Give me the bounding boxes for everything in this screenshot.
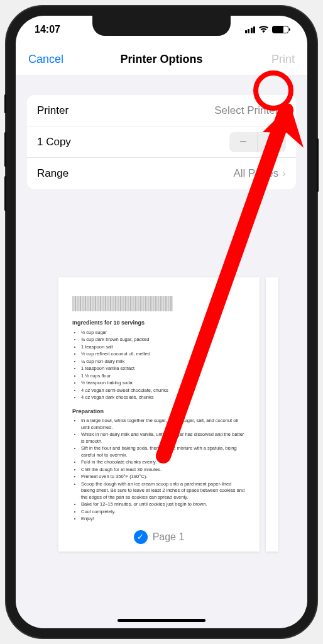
range-value: All Pages — [234, 167, 279, 180]
nav-bar: Cancel Printer Options Print — [16, 43, 307, 76]
cellular-signal-icon — [245, 26, 256, 33]
list-item: ½ cup sugar — [81, 330, 246, 336]
list-item: Chill the dough for at least 30 minutes. — [81, 467, 246, 474]
list-item: 4 oz vegan dark chocolate, chunks — [81, 394, 246, 401]
screen: 14:07 Cancel Printer Options Print Print… — [16, 16, 307, 628]
list-item: ½ teaspoon baking soda — [81, 380, 246, 387]
list-item: Whisk in non-dairy milk and vanilla, unt… — [81, 431, 246, 445]
list-item: Preheat oven to 350°F (180°C). — [81, 474, 246, 480]
copies-row: 1 Copy − + — [27, 126, 296, 158]
ingredients-heading: Ingredients for 10 servings — [72, 319, 246, 327]
cancel-button[interactable]: Cancel — [28, 53, 63, 66]
list-item: ½ cup refined coconut oil, melted — [81, 351, 246, 358]
range-row[interactable]: Range All Pages › — [27, 158, 296, 189]
printer-label: Printer — [37, 104, 68, 117]
ingredients-list: ½ cup sugar¾ cup dark brown sugar, packe… — [72, 330, 246, 401]
list-item: Enjoy! — [81, 516, 246, 523]
stepper-plus-button[interactable]: + — [258, 132, 286, 152]
settings-group: Printer Select Printer › 1 Copy − + Rang… — [27, 95, 296, 189]
list-item: Bake for 12–15 minutes, or until cookies… — [81, 501, 246, 508]
list-item: Fold in the chocolate chunks evenly. — [81, 459, 246, 466]
list-item: 1 teaspoon vanilla extract — [81, 365, 246, 372]
power-button — [317, 138, 319, 192]
battery-icon — [272, 26, 288, 33]
chevron-right-icon: › — [282, 104, 286, 117]
wifi-icon — [258, 26, 269, 33]
list-item: 1 teaspoon salt — [81, 344, 246, 351]
chevron-right-icon: › — [282, 167, 286, 180]
checkmark-icon: ✓ — [134, 530, 148, 544]
list-item: Scoop the dough with an ice cream scoop … — [81, 481, 246, 501]
status-icons — [245, 26, 289, 33]
stepper-minus-button[interactable]: − — [229, 132, 258, 152]
list-item: 4 oz vegan semi-sweet chocolate, chunks — [81, 387, 246, 394]
next-page-preview[interactable] — [266, 277, 278, 552]
printer-value: Select Printer — [214, 104, 278, 117]
page-preview[interactable]: Ingredients for 10 servings ½ cup sugar¾… — [58, 277, 260, 552]
phone-frame: 14:07 Cancel Printer Options Print Print… — [6, 6, 317, 638]
notch — [92, 16, 231, 36]
range-label: Range — [37, 167, 68, 180]
page-label: Page 1 — [153, 530, 185, 544]
preparation-heading: Preparation — [72, 408, 246, 416]
status-time: 14:07 — [35, 24, 60, 35]
page-title: Printer Options — [120, 53, 202, 66]
list-item: Cool completely. — [81, 509, 246, 516]
printer-row[interactable]: Printer Select Printer › — [27, 95, 296, 126]
silent-switch — [4, 94, 6, 113]
home-indicator[interactable] — [118, 619, 205, 622]
content-area: Printer Select Printer › 1 Copy − + Rang… — [16, 76, 307, 628]
preview-area[interactable]: Ingredients for 10 servings ½ cup sugar¾… — [27, 277, 296, 552]
copies-label: 1 Copy — [37, 136, 71, 148]
list-item: ¾ cup dark brown sugar, packed — [81, 336, 246, 343]
volume-down-button — [4, 176, 6, 211]
list-item: ¼ cup non-dairy milk — [81, 358, 246, 365]
print-button[interactable]: Print — [271, 53, 295, 66]
page-indicator[interactable]: ✓ Page 1 — [72, 530, 246, 544]
list-item: In a large bowl, whisk together the suga… — [81, 418, 246, 431]
list-item: 1 ½ cups flour — [81, 373, 246, 380]
copies-stepper: − + — [229, 132, 286, 152]
volume-up-button — [4, 132, 6, 167]
preparation-list: In a large bowl, whisk together the suga… — [72, 418, 246, 523]
redacted-title — [72, 296, 173, 311]
list-item: Sift in the flour and baking soda, then … — [81, 445, 246, 458]
